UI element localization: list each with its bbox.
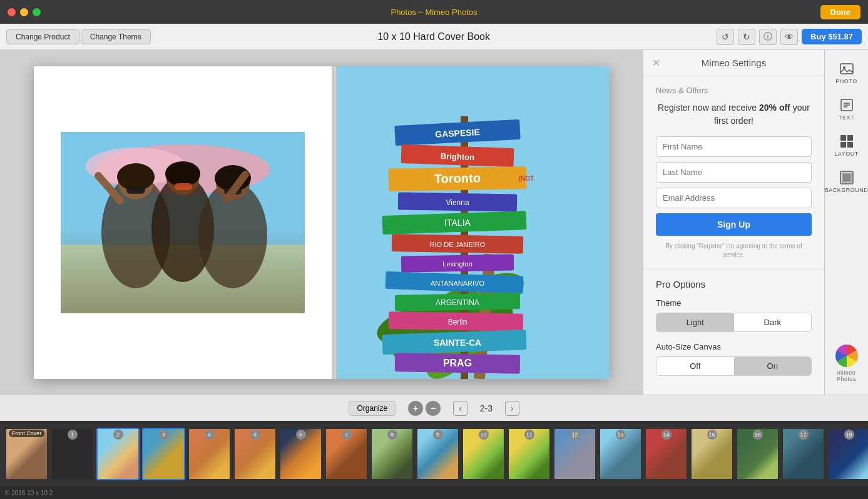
- settings-panel: ✕ Mimeo Settings News & Offers Register …: [643, 50, 824, 395]
- settings-close-button[interactable]: ✕: [650, 57, 662, 69]
- film-number-13: 13: [616, 430, 626, 440]
- filmstrip-item-2[interactable]: 2: [96, 428, 140, 480]
- preview-button[interactable]: 👁: [780, 29, 798, 45]
- news-offers-section: News & Offers Register now and receive 2…: [643, 76, 824, 270]
- filmstrip-item-4[interactable]: 4: [188, 428, 231, 480]
- film-number-4: 4: [205, 430, 215, 440]
- sidebar-item-text[interactable]: TEXT: [828, 93, 865, 126]
- svg-text:PRAG: PRAG: [442, 358, 471, 368]
- bottom-nav: Organize + − ‹ 2-3 ›: [0, 395, 868, 421]
- background-icon: [839, 170, 854, 185]
- mimeo-logo-text: mimeo: [837, 370, 856, 376]
- change-product-button[interactable]: Change Product: [6, 29, 79, 44]
- filmstrip-item-11[interactable]: 11: [508, 428, 551, 480]
- book-left-page[interactable]: [34, 66, 333, 379]
- sidebar-icons: PHOTO TEXT LAYOUT: [824, 50, 868, 395]
- text-icon: [839, 98, 854, 113]
- photo-overlay: [61, 168, 305, 313]
- film-label-0: Front Cover: [9, 430, 45, 437]
- theme-label: Theme: [656, 298, 812, 308]
- filmstrip-item-5[interactable]: 5: [233, 428, 277, 480]
- news-offers-title: News & Offers: [656, 86, 812, 95]
- remove-page-button[interactable]: −: [426, 401, 441, 416]
- filmstrip-item-1[interactable]: 1: [51, 428, 94, 480]
- mimeo-logo: mimeo Photos: [829, 338, 864, 388]
- svg-rect-57: [840, 142, 846, 148]
- svg-text:Berlin: Berlin: [447, 318, 467, 326]
- svg-text:RIO DE JANEIRO: RIO DE JANEIRO: [429, 241, 485, 248]
- filmstrip-item-16[interactable]: 16: [736, 428, 779, 480]
- filmstrip-item-7[interactable]: 7: [325, 428, 368, 480]
- theme-light-button[interactable]: Light: [656, 313, 734, 331]
- undo-button[interactable]: ↺: [717, 29, 734, 45]
- film-number-12: 12: [570, 430, 580, 440]
- svg-text:(NOT: (NOT: [518, 175, 533, 182]
- filmstrip-item-10[interactable]: 10: [462, 428, 505, 480]
- auto-size-off-button[interactable]: Off: [656, 357, 734, 375]
- left-photo: [61, 132, 305, 313]
- photo-label: PHOTO: [835, 78, 857, 84]
- organize-button[interactable]: Organize: [349, 401, 396, 416]
- svg-text:Vienna: Vienna: [446, 198, 469, 207]
- close-dot[interactable]: [8, 8, 16, 16]
- minimize-dot[interactable]: [20, 8, 28, 16]
- filmstrip-item-18[interactable]: 18: [827, 428, 868, 480]
- filmstrip-item-14[interactable]: 14: [645, 428, 688, 480]
- svg-text:SAINTE-CA: SAINTE-CA: [433, 338, 481, 348]
- svg-text:ARGENTINA: ARGENTINA: [435, 298, 479, 307]
- svg-text:ANTANANARIVO: ANTANANARIVO: [431, 280, 484, 287]
- film-number-1: 1: [68, 430, 78, 440]
- film-number-10: 10: [479, 430, 489, 440]
- maximize-dot[interactable]: [33, 8, 41, 16]
- email-field[interactable]: [656, 188, 812, 208]
- sidebar-item-layout[interactable]: LAYOUT: [828, 129, 865, 162]
- auto-size-on-button[interactable]: On: [734, 357, 812, 375]
- film-number-3: 3: [159, 430, 169, 440]
- info-button[interactable]: ⓘ: [759, 29, 777, 45]
- redo-button[interactable]: ↻: [738, 29, 755, 45]
- auto-size-label: Auto-Size Canvas: [656, 342, 812, 351]
- film-number-16: 16: [753, 430, 763, 440]
- page-indicator: 2-3: [474, 403, 499, 413]
- prev-page-button[interactable]: ‹: [453, 401, 467, 416]
- filmstrip-item-3[interactable]: 3: [142, 428, 185, 480]
- svg-rect-55: [840, 135, 846, 141]
- next-page-button[interactable]: ›: [505, 401, 519, 416]
- sign-up-button[interactable]: Sign Up: [656, 213, 812, 236]
- svg-text:Toronto: Toronto: [434, 171, 480, 185]
- filmstrip-item-6[interactable]: 6: [279, 428, 322, 480]
- book-spread: GASPESIE Brighton Toronto (NOT Vienna IT…: [34, 66, 610, 379]
- sidebar-item-background[interactable]: BACKGROUND: [828, 165, 865, 198]
- svg-text:Lexington: Lexington: [442, 260, 472, 268]
- filmstrip-item-13[interactable]: 13: [599, 428, 642, 480]
- add-page-button[interactable]: +: [408, 401, 423, 416]
- book-title: 10 x 10 Hard Cover Book: [151, 31, 717, 43]
- change-theme-button[interactable]: Change Theme: [81, 29, 151, 44]
- last-name-field[interactable]: [656, 162, 812, 183]
- filmstrip-item-0[interactable]: Front Cover: [5, 428, 48, 480]
- first-name-field[interactable]: [656, 136, 812, 157]
- text-label: TEXT: [839, 114, 854, 121]
- film-number-14: 14: [661, 430, 671, 440]
- theme-toggle: Light Dark: [656, 313, 812, 332]
- film-number-9: 9: [433, 430, 443, 440]
- layout-label: LAYOUT: [834, 151, 858, 157]
- terms-text: By clicking "Register" I'm agreeing to t…: [656, 242, 812, 260]
- auto-size-toggle: Off On: [656, 356, 812, 376]
- filmstrip-item-9[interactable]: 9: [416, 428, 459, 480]
- mimeo-logo-subtext: Photos: [837, 376, 856, 382]
- sidebar-item-photo[interactable]: PHOTO: [828, 56, 865, 89]
- filmstrip-item-12[interactable]: 12: [553, 428, 596, 480]
- window-controls: [8, 8, 41, 16]
- film-number-8: 8: [387, 430, 397, 440]
- svg-text:ITALIA: ITALIA: [444, 218, 471, 228]
- toolbar-right: ↺ ↻ ⓘ 👁 Buy $51.87: [717, 29, 862, 45]
- filmstrip-item-17[interactable]: 17: [782, 428, 825, 480]
- theme-dark-button[interactable]: Dark: [734, 313, 812, 331]
- done-button[interactable]: Done: [820, 5, 861, 19]
- film-number-17: 17: [799, 430, 809, 440]
- filmstrip-item-15[interactable]: 15: [690, 428, 733, 480]
- filmstrip-item-8[interactable]: 8: [370, 428, 414, 480]
- buy-button[interactable]: Buy $51.87: [802, 29, 862, 44]
- book-right-page[interactable]: GASPESIE Brighton Toronto (NOT Vienna IT…: [337, 66, 610, 379]
